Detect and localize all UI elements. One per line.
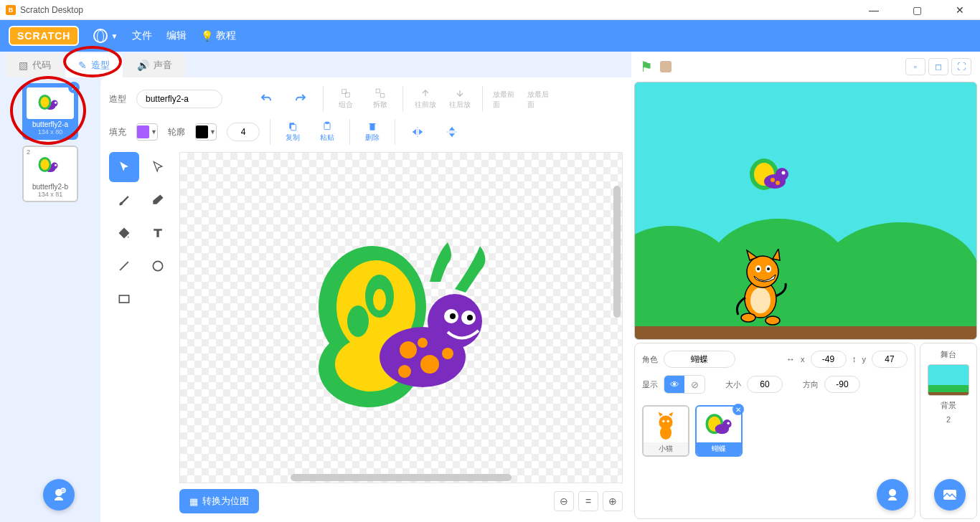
stage-small-button[interactable]: ▫	[905, 58, 925, 75]
language-menu[interactable]: ▼	[93, 29, 118, 43]
tool-palette	[109, 152, 174, 513]
lightbulb-icon: 💡	[201, 30, 213, 42]
show-visible-button[interactable]: 👁	[664, 376, 684, 393]
brush-icon: ✎	[78, 60, 87, 71]
svg-point-2	[41, 97, 50, 108]
svg-point-35	[420, 355, 439, 374]
stage-thumbnail[interactable]	[928, 364, 969, 396]
tab-sounds[interactable]: 🔊 声音	[124, 53, 185, 77]
svg-point-19	[153, 261, 162, 270]
file-menu[interactable]: 文件	[132, 29, 152, 42]
svg-point-56	[660, 426, 672, 440]
svg-point-52	[767, 267, 770, 270]
add-costume-fab[interactable]	[43, 479, 75, 511]
close-button[interactable]: ✕	[946, 4, 974, 16]
tab-code[interactable]: ▧ 代码	[6, 53, 64, 77]
svg-point-57	[662, 420, 664, 422]
sprite-item-cat[interactable]: 小猫	[642, 405, 689, 457]
sprite-y-input[interactable]	[872, 351, 908, 368]
add-sprite-fab[interactable]	[877, 479, 908, 511]
stage-sprite-cat[interactable]	[728, 249, 793, 328]
zoom-reset-button[interactable]: =	[578, 491, 598, 511]
size-label: 大小	[725, 379, 741, 390]
outline-width-input[interactable]	[227, 123, 260, 141]
show-hidden-button[interactable]: ⊘	[684, 376, 705, 393]
select-tool[interactable]	[109, 152, 139, 182]
sprite-item-butterfly[interactable]: ✕ 蝴蝶	[695, 405, 743, 457]
zoom-in-button[interactable]: ⊕	[603, 491, 623, 511]
backdrop-label: 背景	[941, 400, 956, 411]
sprite-name-input[interactable]	[664, 351, 735, 368]
sprite-x-input[interactable]	[811, 351, 847, 368]
maximize-button[interactable]: ▢	[903, 4, 931, 16]
edit-menu[interactable]: 编辑	[166, 29, 187, 42]
delete-sprite-icon[interactable]: ✕	[732, 404, 744, 415]
svg-point-37	[442, 348, 453, 359]
chevron-down-icon: ▼	[110, 32, 118, 40]
backdrop-count: 2	[946, 415, 951, 424]
backward-button[interactable]: 往后放	[448, 88, 472, 110]
costume-thumb-2[interactable]: 2 butterfly2-b 134 x 81	[22, 146, 78, 202]
forward-button[interactable]: 往前放	[413, 88, 438, 110]
ungroup-button[interactable]: 拆散	[368, 88, 392, 110]
svg-point-63	[727, 422, 730, 425]
front-button[interactable]: 放最前面	[493, 88, 517, 110]
line-tool[interactable]	[109, 251, 139, 281]
minimize-button[interactable]: —	[859, 4, 888, 16]
tutorials-menu[interactable]: 💡 教程	[201, 29, 236, 42]
flip-vertical-button[interactable]	[440, 121, 464, 143]
globe-icon	[93, 29, 108, 43]
canvas-scrollbar-vertical[interactable]	[613, 186, 621, 318]
code-icon: ▧	[19, 60, 28, 71]
svg-point-45	[776, 181, 780, 185]
rect-tool[interactable]	[109, 284, 139, 314]
group-button[interactable]: 组合	[334, 88, 358, 110]
svg-point-66	[889, 489, 896, 496]
reshape-tool[interactable]	[143, 152, 173, 182]
undo-button[interactable]	[254, 88, 278, 110]
delete-costume-icon[interactable]: ✕	[68, 82, 80, 93]
costume-name-label: 造型	[109, 93, 126, 105]
menubar: SCRATCH ▼ 文件 编辑 💡 教程	[0, 20, 980, 52]
costume-name-input[interactable]	[136, 90, 222, 108]
back-button[interactable]: 放最后面	[527, 88, 552, 110]
zoom-out-button[interactable]: ⊖	[554, 491, 574, 511]
brush-tool[interactable]	[109, 185, 139, 215]
y-arrows-icon: ↕	[852, 354, 857, 364]
svg-point-33	[467, 315, 473, 321]
stage[interactable]	[634, 82, 977, 340]
canvas-scrollbar-horizontal[interactable]	[291, 474, 512, 481]
svg-point-7	[41, 159, 50, 170]
costume-list: 1 ✕ butterfly2-a 134 x 80 2 butterfly2-b…	[0, 77, 100, 522]
stage-large-button[interactable]: ◻	[928, 58, 948, 75]
stage-sprite-butterfly[interactable]	[743, 154, 800, 197]
outline-color-picker[interactable]: ▼	[195, 123, 217, 141]
green-flag-button[interactable]: ⚑	[640, 58, 653, 75]
fill-label: 填充	[109, 126, 126, 138]
copy-button[interactable]: 复制	[281, 121, 305, 143]
flip-horizontal-button[interactable]	[405, 121, 430, 143]
eraser-tool[interactable]	[143, 185, 173, 215]
costume-thumb-1[interactable]: 1 ✕ butterfly2-a 134 x 80	[22, 83, 78, 140]
text-tool[interactable]	[143, 218, 173, 248]
svg-point-26	[347, 305, 369, 337]
convert-bitmap-button[interactable]: ▦ 转换为位图	[179, 489, 259, 513]
fill-color-picker[interactable]: ▼	[136, 123, 158, 141]
scratch-logo[interactable]: SCRATCH	[9, 26, 79, 46]
stop-button[interactable]	[660, 61, 672, 72]
fill-tool[interactable]	[109, 218, 139, 248]
svg-rect-13	[381, 94, 385, 98]
circle-tool[interactable]	[143, 251, 173, 281]
sprite-direction-input[interactable]	[824, 376, 860, 393]
tab-costumes[interactable]: ✎ 造型	[65, 53, 123, 77]
costume-preview	[27, 87, 74, 119]
redo-button[interactable]	[288, 88, 313, 110]
add-backdrop-fab[interactable]	[934, 479, 966, 511]
sprite-size-input[interactable]	[747, 376, 783, 393]
stage-fullscreen-button[interactable]: ⛶	[951, 58, 971, 75]
paste-button[interactable]: 粘贴	[315, 121, 339, 143]
paint-canvas[interactable]	[179, 152, 623, 483]
delete-button[interactable]: 删除	[360, 121, 385, 143]
svg-point-62	[722, 419, 731, 428]
svg-point-3	[52, 100, 58, 107]
